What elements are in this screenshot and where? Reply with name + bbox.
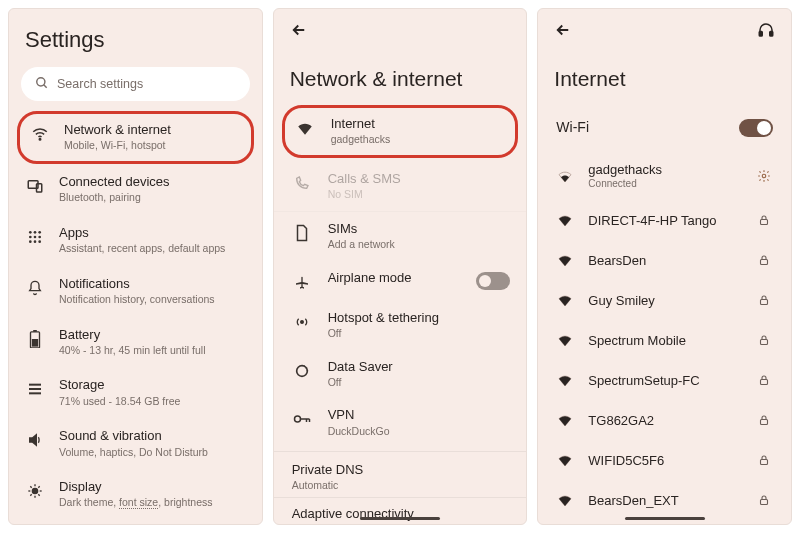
lock-icon — [755, 411, 773, 429]
svg-point-5 — [29, 231, 32, 234]
svg-point-34 — [762, 174, 766, 178]
sound-icon — [25, 430, 45, 450]
network-row[interactable]: WIFID5C5F6 — [538, 440, 791, 480]
network-name: BearsDen — [588, 253, 741, 268]
wifi-signal-icon — [556, 211, 574, 229]
settings-item-sound[interactable]: Sound & vibration Volume, haptics, Do No… — [9, 418, 262, 469]
gear-icon[interactable] — [755, 167, 773, 185]
network-item-hotspot[interactable]: Hotspot & tethering Off — [274, 301, 527, 350]
network-name: gadgethacks — [588, 162, 741, 177]
network-item-title: Calls & SMS — [328, 171, 511, 187]
svg-rect-16 — [32, 339, 38, 347]
wifi-toggle-row[interactable]: Wi-Fi — [538, 105, 791, 151]
back-button[interactable] — [290, 25, 308, 42]
network-name: Guy Smiley — [588, 293, 741, 308]
settings-item-sub: Mobile, Wi-Fi, hotspot — [64, 139, 243, 153]
svg-point-31 — [294, 416, 300, 422]
wifi-signal-icon — [556, 411, 574, 429]
network-row[interactable]: SpectrumSetup-FC — [538, 360, 791, 400]
settings-item-sub: Assistant, recent apps, default apps — [59, 242, 250, 256]
devices-icon — [25, 176, 45, 196]
settings-item-sub: 40% - 13 hr, 45 min left until full — [59, 344, 250, 358]
svg-line-26 — [38, 495, 39, 496]
svg-rect-42 — [761, 500, 768, 505]
page-title: Network & internet — [274, 47, 527, 105]
settings-item-title: Apps — [59, 225, 250, 241]
battery-icon — [25, 329, 45, 349]
settings-item-title: Battery — [59, 327, 250, 343]
network-item-airplane[interactable]: Airplane mode — [274, 261, 527, 301]
settings-item-battery[interactable]: Battery 40% - 13 hr, 45 min left until f… — [9, 317, 262, 368]
panel-network: Network & internet Internet gadgethacks … — [273, 8, 528, 525]
settings-item-network[interactable]: Network & internet Mobile, Wi-Fi, hotspo… — [17, 111, 254, 164]
private-dns-title[interactable]: Private DNS — [274, 452, 527, 479]
network-item-vpn[interactable]: VPN DuckDuckGo — [274, 398, 527, 447]
network-row[interactable]: Spectrum Mobile — [538, 320, 791, 360]
network-row[interactable]: BearsDen_EXT — [538, 480, 791, 520]
airplane-icon — [292, 272, 312, 292]
wifi-signal-icon — [556, 491, 574, 509]
lock-icon — [755, 331, 773, 349]
settings-item-display[interactable]: Display Dark theme, font size, brightnes… — [9, 469, 262, 520]
network-item-internet[interactable]: Internet gadgethacks — [282, 105, 519, 158]
network-status: Connected — [588, 178, 741, 189]
svg-point-9 — [34, 235, 37, 238]
private-dns-sub: Automatic — [274, 479, 527, 497]
home-indicator[interactable] — [625, 517, 705, 520]
network-name: WIFID5C5F6 — [588, 453, 741, 468]
svg-line-25 — [30, 487, 31, 488]
svg-rect-35 — [761, 220, 768, 225]
network-name: SpectrumSetup-FC — [588, 373, 741, 388]
panel-internet: Internet Wi-Fi gadgethacks Connected DIR… — [537, 8, 792, 525]
svg-rect-37 — [761, 300, 768, 305]
panel-settings: Settings Search settings Network & inter… — [8, 8, 263, 525]
network-row[interactable]: gadgethacks Connected — [538, 151, 791, 200]
network-item-sub: Add a network — [328, 238, 511, 252]
settings-item-notifications[interactable]: Notifications Notification history, conv… — [9, 266, 262, 317]
settings-item-connected[interactable]: Connected devices Bluetooth, pairing — [9, 164, 262, 215]
network-item-sub: Off — [328, 376, 511, 390]
network-row[interactable]: TG862GA2 — [538, 400, 791, 440]
wifi-signal-icon — [556, 291, 574, 309]
svg-rect-18 — [29, 388, 41, 390]
network-row[interactable]: BearsDen — [538, 240, 791, 280]
network-row[interactable]: DIRECT-4F-HP Tango — [538, 200, 791, 240]
svg-point-10 — [38, 235, 41, 238]
svg-rect-38 — [761, 340, 768, 345]
svg-rect-19 — [29, 393, 41, 395]
svg-point-7 — [38, 231, 41, 234]
network-name: DIRECT-4F-HP Tango — [588, 213, 741, 228]
svg-point-20 — [32, 489, 37, 494]
settings-item-sub: Bluetooth, pairing — [59, 191, 250, 205]
lock-icon — [755, 451, 773, 469]
wifi-toggle[interactable] — [739, 119, 773, 137]
headset-icon[interactable] — [757, 21, 775, 43]
settings-item-title: Notifications — [59, 276, 250, 292]
svg-point-11 — [29, 240, 32, 243]
display-icon — [25, 481, 45, 501]
settings-item-apps[interactable]: Apps Assistant, recent apps, default app… — [9, 215, 262, 266]
back-button[interactable] — [554, 21, 572, 43]
airplane-toggle[interactable] — [476, 272, 510, 290]
settings-item-storage[interactable]: Storage 71% used - 18.54 GB free — [9, 367, 262, 418]
search-placeholder: Search settings — [57, 77, 143, 91]
svg-line-27 — [30, 495, 31, 496]
network-item-datasaver[interactable]: Data Saver Off — [274, 350, 527, 399]
settings-item-title: Connected devices — [59, 174, 250, 190]
search-input[interactable]: Search settings — [21, 67, 250, 101]
svg-point-0 — [37, 77, 45, 85]
settings-item-title: Sound & vibration — [59, 428, 250, 444]
svg-rect-32 — [759, 32, 762, 37]
wifi-filled-icon — [295, 118, 315, 138]
settings-item-title: Display — [59, 479, 250, 495]
svg-point-30 — [296, 365, 307, 376]
network-row[interactable]: Guy Smiley — [538, 280, 791, 320]
network-item-title: Hotspot & tethering — [328, 310, 511, 326]
home-indicator[interactable] — [360, 517, 440, 520]
network-item-sims[interactable]: SIMs Add a network — [274, 212, 527, 261]
wifi-label: Wi-Fi — [556, 119, 739, 135]
page-title: Internet — [538, 47, 791, 105]
svg-point-6 — [34, 231, 37, 234]
network-item-sub: No SIM — [328, 188, 511, 202]
search-icon — [35, 76, 49, 93]
